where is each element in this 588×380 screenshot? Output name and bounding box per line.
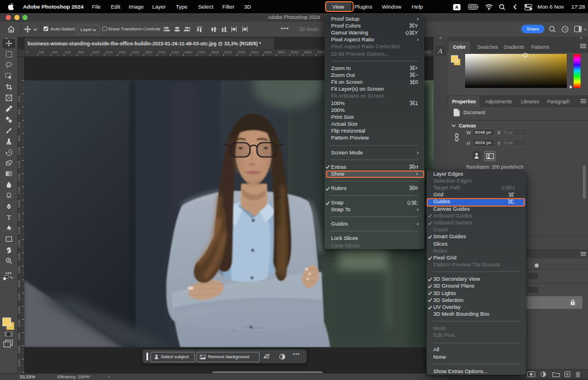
svg-text:?: ? <box>564 27 566 32</box>
svg-text:T: T <box>6 214 11 220</box>
